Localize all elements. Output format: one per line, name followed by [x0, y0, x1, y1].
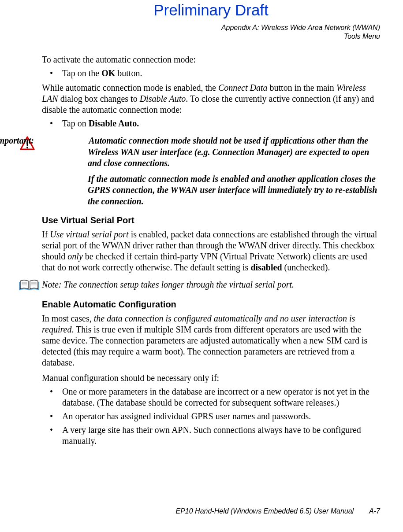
running-header: Appendix A: Wireless Wide Area Network (…	[42, 23, 380, 41]
bullet-tap-disable: Tap on Disable Auto.	[42, 118, 380, 129]
page: Preliminary Draft Appendix A: Wireless W…	[0, 1, 403, 447]
note-callout: Note: The connection setup takes longer …	[16, 278, 380, 292]
paragraph-while-enabled: While automatic connection mode is enabl…	[42, 82, 380, 115]
bullet-tap-ok: Tap on the OK button.	[42, 68, 380, 79]
footer-page-number: A-7	[369, 507, 380, 515]
paragraph-manual-intro: Manual configuration should be necessary…	[42, 373, 380, 384]
bullet-db-incorrect: One or more parameters in the database a…	[42, 386, 380, 408]
paragraph-auto-config: In most cases, the data connection is co…	[42, 313, 380, 368]
bullet-operator-creds: An operator has assigned individual GPRS…	[42, 411, 380, 422]
paragraph-activate-intro: To activate the automatic connection mod…	[42, 54, 380, 65]
note-body: The connection setup takes longer throug…	[61, 280, 294, 289]
running-head-line2: Tools Menu	[344, 33, 380, 40]
important-callout: Important: Automatic connection mode sho…	[16, 135, 380, 207]
paragraph-virtual-serial: If Use virtual serial port is enabled, p…	[42, 229, 380, 273]
note-text: Note: The connection setup takes longer …	[42, 278, 380, 290]
subhead-virtual-serial: Use Virtual Serial Port	[42, 215, 380, 225]
footer-manual-title: EP10 Hand-Held (Windows Embedded 6.5) Us…	[176, 507, 354, 515]
bullet-list-3: One or more parameters in the database a…	[42, 386, 380, 447]
important-text: Important: Automatic connection mode sho…	[38, 135, 380, 207]
important-label: Important:	[41, 135, 87, 147]
watermark-text: Preliminary Draft	[42, 1, 380, 19]
page-footer: EP10 Hand-Held (Windows Embedded 6.5) Us…	[176, 507, 380, 515]
bullet-own-apn: A very large site has their own APN. Suc…	[42, 425, 380, 447]
svg-point-2	[26, 147, 28, 148]
note-label: Note:	[42, 280, 61, 289]
running-head-line1: Appendix A: Wireless Wide Area Network (…	[221, 24, 380, 31]
bullet-list-1: Tap on the OK button.	[42, 68, 380, 79]
bullet-list-2: Tap on Disable Auto.	[42, 118, 380, 129]
subhead-auto-config: Enable Automatic Configuration	[42, 299, 380, 310]
book-icon	[16, 278, 42, 292]
